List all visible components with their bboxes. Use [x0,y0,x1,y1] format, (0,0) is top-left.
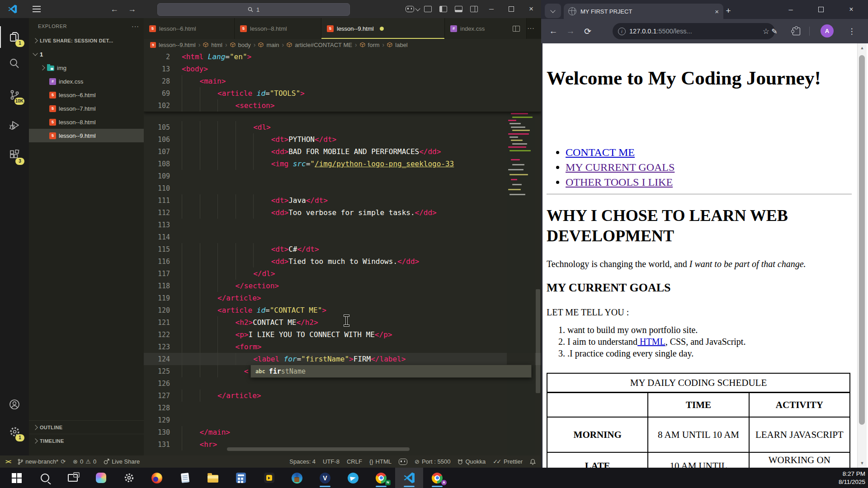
extensions-button[interactable] [788,23,805,40]
split-editor-button[interactable] [509,18,523,39]
code-line[interactable]: 123<form> [144,341,541,353]
scrollbar-thumb[interactable] [536,289,540,393]
code-line[interactable]: 114 [144,231,541,243]
quokka-status[interactable]: Quokka [458,458,486,465]
taskbar-search-button[interactable] [31,468,59,488]
problems-status[interactable]: ⊗ 0 ⚠ 0 [73,458,96,465]
chrome-profile-n-button[interactable]: N [367,468,395,488]
media-player-button[interactable] [255,468,283,488]
port-status[interactable]: ⊘Port : 5500 [415,458,451,465]
section-live-share[interactable]: LIVE SHARE: SESSION DET... [29,34,144,47]
notifications-bell[interactable] [530,459,536,465]
notes-app-button[interactable] [171,468,199,488]
start-button[interactable] [3,468,31,488]
file-item-lesson-9[interactable]: 5 lesson--9.html [29,129,144,142]
edit-pencil-button[interactable]: ✎ [766,23,783,40]
accounts-button[interactable] [4,394,25,415]
code-line[interactable]: 13<body> [144,63,541,75]
breadcrumb[interactable]: 5lesson--9.html›html›body›main›article#C… [144,39,541,51]
browser-back-button[interactable]: ← [545,23,562,40]
run-debug-view-button[interactable] [4,114,25,136]
browser-tab[interactable]: MY FIRST PRJECT × [564,4,723,19]
sticky-scroll[interactable]: 2<html Lang="en">13<body>28<main>69<arti… [144,51,541,112]
file-explorer-button[interactable] [199,468,227,488]
customize-layout-button[interactable] [420,0,435,18]
code-line[interactable]: 129 [144,414,541,426]
code-line[interactable]: 124<label for="firstName">FIRM</label> [144,353,541,365]
encoding-status[interactable]: UTF-8 [323,458,340,465]
file-item-lesson-8[interactable]: 5 lesson--8.html [29,115,144,129]
calculator-button[interactable] [227,468,255,488]
firefox-button[interactable] [143,468,171,488]
v-app-button[interactable]: V [311,468,339,488]
code-line[interactable]: 106<dt>PYTHON</dt> [144,133,541,145]
code-line[interactable]: 69<article id="TOOLS"> [144,87,541,99]
settings-app-button[interactable] [115,468,143,488]
code-line[interactable]: 108<img src="/img/python-logo-png_seeklo… [144,158,541,170]
tab-search-button[interactable] [545,4,561,18]
scroll-down-icon[interactable]: ▼ [858,459,867,468]
vscode-maximize-button[interactable] [501,0,521,18]
vscode-taskbar-button[interactable] [395,468,423,488]
code-line[interactable]: 126 [144,377,541,389]
code-line[interactable]: 121<h2>CONTACT ME</h2> [144,316,541,328]
breadcrumb-item[interactable]: form [368,42,380,48]
code-line[interactable]: 127</article> [144,389,541,402]
page-scrollbar[interactable]: ▲ ▼ [857,43,867,468]
section-workspace[interactable]: 1 [29,47,144,61]
file-item-lesson-6[interactable]: 5 lesson--6.html [29,88,144,102]
link-current-goals[interactable]: MY CURRENT GOALS [566,161,675,173]
code-line[interactable]: 2<html Lang="en"> [144,51,541,63]
task-view-button[interactable] [59,468,87,488]
tab-lesson-8[interactable]: 5 lesson--8.html [235,18,321,39]
code-line[interactable]: 102<section> [144,99,541,112]
breadcrumb-item[interactable]: article#CONTACT ME [295,42,352,48]
breadcrumb-item[interactable]: html [211,42,222,48]
taskbar-clock[interactable]: 8:27 PM 8/11/2025 [839,470,868,486]
link-contact-me[interactable]: CONTACT ME [566,146,635,158]
code-line[interactable]: 122<p>I LIKE YOU TO CONNECT WITH ME</p> [144,328,541,341]
code-viewport[interactable]: 105<dl>106<dt>PYTHON</dt>107<dd>BAD FOR … [144,112,541,450]
command-center-search[interactable]: 1 [157,3,350,16]
search-view-button[interactable] [4,52,25,74]
git-branch-status[interactable]: new-branch* ⟳ [18,458,66,465]
edge-work-button[interactable] [283,468,311,488]
scroll-up-icon[interactable]: ▲ [858,43,867,52]
browser-close-button[interactable]: × [841,0,862,19]
code-line[interactable]: 116<dd>Tied too much to Windows.</dd> [144,255,541,267]
file-item-index-css[interactable]: # index.css [29,75,144,88]
editor-scrollbar-horizontal[interactable] [227,447,410,451]
toggle-secondary-sidebar-button[interactable] [466,0,481,18]
tab-lesson-9[interactable]: 5 lesson--9.html [321,18,445,39]
section-timeline[interactable]: TIMELINE [29,434,144,447]
vscode-close-button[interactable]: × [521,0,541,18]
code-line[interactable]: 117</dl> [144,267,541,280]
browser-menu-button[interactable]: ⋮ [843,23,860,40]
nav-forward-button[interactable]: → [126,4,138,14]
explorer-more-icon[interactable]: ··· [132,23,139,30]
eol-status[interactable]: CRLF [347,458,362,465]
code-line[interactable]: 113 [144,219,541,231]
code-line[interactable]: 111<dt>Java</dt> [144,194,541,206]
copilot-button[interactable] [405,0,420,18]
nav-back-button[interactable]: ← [108,4,120,14]
code-line[interactable]: 112<dd>Too verbose for simple tasks.</dd… [144,206,541,219]
browser-minimize-button[interactable]: ─ [780,0,801,19]
browser-reload-button[interactable]: ⟳ [579,23,596,40]
breadcrumb-item[interactable]: lesson--9.html [159,42,196,48]
prettier-status[interactable]: ✓✓Prettier [493,458,523,465]
copilot-app-button[interactable] [87,468,115,488]
code-line[interactable]: 28<main> [144,75,541,87]
indentation-status[interactable]: Spaces: 4 [289,458,316,465]
source-control-view-button[interactable]: 10K [4,84,25,106]
scrollbar-thumb[interactable] [859,55,865,425]
copilot-status[interactable] [399,459,407,465]
tab-lesson-6[interactable]: 5 lesson--6.html [144,18,235,39]
file-item-lesson-7[interactable]: 5 lesson--7.html [29,102,144,115]
extensions-view-button[interactable]: 3 [4,144,25,166]
browser-forward-button[interactable]: → [562,23,579,40]
section-outline[interactable]: OUTLINE [29,420,144,434]
live-share-status[interactable]: Live Share [104,458,140,465]
toggle-panel-button[interactable] [451,0,466,18]
link-other-tools[interactable]: OTHER TOOLS I LIKE [566,176,673,188]
